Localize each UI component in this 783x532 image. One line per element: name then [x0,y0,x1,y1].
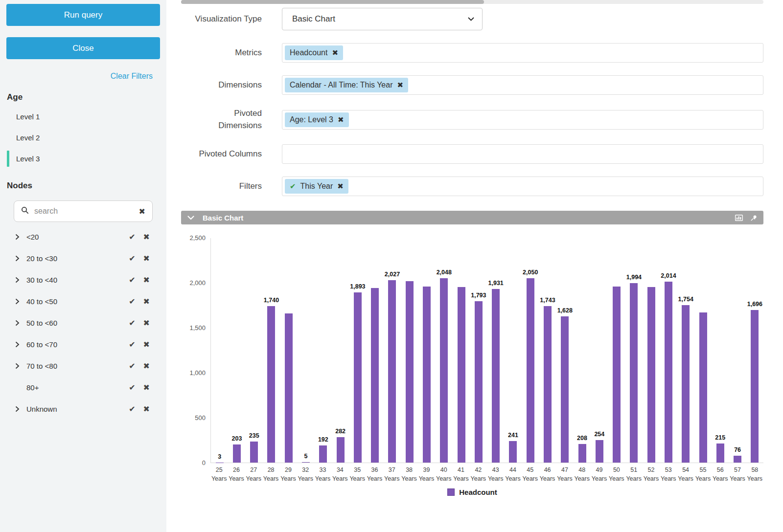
bar[interactable] [371,288,379,463]
y-tick-label: 0 [202,459,206,466]
bar-value-label: 76 [734,446,741,453]
chevron-right-icon[interactable] [15,363,24,369]
bar[interactable] [492,289,500,463]
age-section-title: Age [0,81,166,106]
include-check-icon[interactable]: ✔ [129,318,135,328]
exclude-x-icon[interactable]: ✖ [143,297,150,306]
chevron-right-icon[interactable] [15,320,24,326]
bar[interactable] [596,440,603,463]
metrics-field[interactable]: Headcount✖ [282,43,763,63]
chevron-right-icon[interactable] [15,298,24,305]
chip-label: This Year [300,182,333,191]
exclude-x-icon[interactable]: ✖ [143,361,150,371]
bar[interactable] [216,463,224,463]
sidebar-item-level-1[interactable]: Level 1 [0,106,166,127]
bar[interactable] [647,287,655,463]
bar[interactable] [734,456,741,463]
pin-icon[interactable] [751,215,757,221]
bar[interactable] [613,287,621,463]
bar[interactable] [233,444,241,463]
include-check-icon[interactable]: ✔ [129,254,135,263]
include-check-icon[interactable]: ✔ [129,340,135,349]
clear-search-icon[interactable]: ✖ [139,207,145,216]
bar[interactable] [267,306,275,463]
bar[interactable] [475,301,483,463]
chevron-right-icon[interactable] [15,341,24,348]
chevron-right-icon[interactable] [15,406,24,412]
chevron-right-icon[interactable] [15,255,24,262]
bar-value-label: 1,628 [557,307,573,314]
include-check-icon[interactable]: ✔ [129,297,135,306]
visualization-type-label: Visualization Type [181,13,262,25]
x-tick-label: 57Years [729,466,746,483]
bar-cell: 1,696 [746,238,763,463]
remove-chip-icon[interactable]: ✖ [338,115,344,124]
sidebar-item-level-2[interactable]: Level 2 [0,127,166,148]
bar-cell: 1,628 [556,238,574,463]
include-check-icon[interactable]: ✔ [129,383,135,392]
chart-panel-header: Basic Chart [181,211,763,224]
visualization-type-select[interactable]: Basic Chart [282,8,483,30]
close-button[interactable]: Close [6,37,160,59]
exclude-x-icon[interactable]: ✖ [143,275,150,285]
exclude-x-icon[interactable]: ✖ [143,383,150,392]
bar[interactable] [716,443,724,463]
bar[interactable] [682,305,690,463]
clear-filters-link[interactable]: Clear Filters [111,72,153,80]
export-chart-icon[interactable] [735,215,743,221]
bar[interactable] [285,313,293,463]
filters-field[interactable]: ✔This Year✖ [282,177,763,196]
bar[interactable] [630,283,638,463]
remove-chip-icon[interactable]: ✖ [397,81,403,89]
include-check-icon[interactable]: ✔ [129,361,135,371]
bar[interactable] [406,281,414,463]
bar-cell [608,238,625,463]
remove-chip-icon[interactable]: ✖ [332,48,338,57]
bar[interactable] [250,442,258,463]
node-row-80: 80+✔✖ [0,377,166,398]
pivoted-columns-field[interactable] [282,144,763,164]
chevron-right-icon[interactable] [15,277,24,283]
y-tick-label: 2,500 [189,234,206,242]
bar[interactable] [319,445,327,463]
bar-cell [367,238,384,463]
age-levels: Level 1Level 2Level 3 [0,106,166,169]
exclude-x-icon[interactable]: ✖ [143,254,150,263]
exclude-x-icon[interactable]: ✖ [143,232,150,242]
bar[interactable] [354,292,362,463]
node-label: 50 to <60 [26,319,57,327]
search-input[interactable] [34,207,134,216]
exclude-x-icon[interactable]: ✖ [143,340,150,349]
include-check-icon[interactable]: ✔ [129,232,135,242]
bar[interactable] [458,287,465,463]
bar[interactable] [699,312,707,463]
remove-chip-icon[interactable]: ✖ [337,182,344,191]
bar[interactable] [544,306,552,463]
chip-age-level-3: Age: Level 3✖ [285,112,349,127]
pivoted-dimensions-field[interactable]: Age: Level 3✖ [282,110,763,130]
include-check-icon[interactable]: ✔ [129,404,135,414]
sidebar-item-level-3[interactable]: Level 3 [0,148,166,169]
bar[interactable] [337,437,345,463]
bar[interactable] [665,282,672,463]
chevron-right-icon[interactable] [15,234,24,240]
exclude-x-icon[interactable]: ✖ [143,404,150,414]
bar[interactable] [302,462,310,463]
scrollbar-thumb[interactable] [181,0,484,4]
bar[interactable] [751,310,759,463]
bar[interactable] [440,278,448,463]
x-tick-label: 27Years [245,466,262,483]
bar[interactable] [423,287,431,463]
run-query-button[interactable]: Run query [6,4,160,26]
bar[interactable] [561,316,569,463]
bar[interactable] [527,278,534,463]
bar[interactable] [388,280,396,463]
bar[interactable] [578,444,586,463]
bar-cell: 1,743 [539,238,556,463]
dimensions-field[interactable]: Calendar - All Time: This Year✖ [282,75,763,95]
x-tick-label: 35Years [349,466,366,483]
collapse-chevron-icon[interactable] [187,216,194,220]
bar[interactable] [509,441,517,463]
include-check-icon[interactable]: ✔ [129,275,135,285]
exclude-x-icon[interactable]: ✖ [143,318,150,328]
